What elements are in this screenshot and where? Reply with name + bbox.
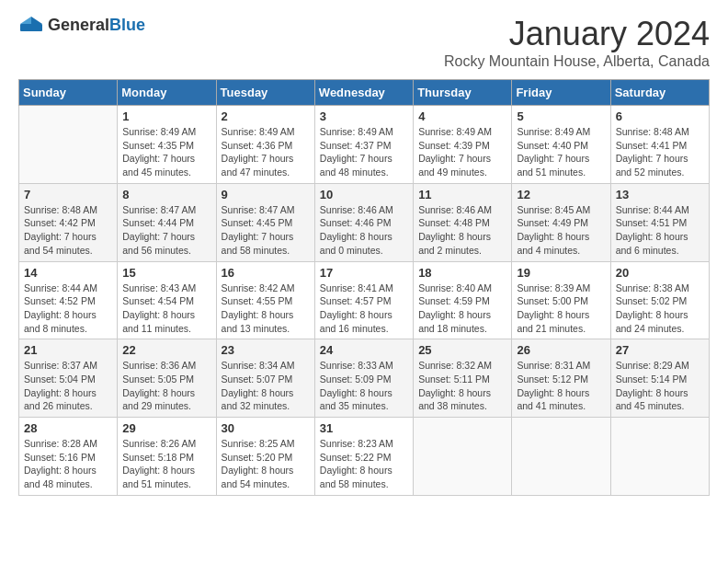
day-number: 3 — [320, 109, 408, 123]
calendar-header-tuesday: Tuesday — [216, 80, 314, 106]
calendar-cell: 15Sunrise: 8:43 AM Sunset: 4:54 PM Dayli… — [118, 261, 216, 339]
day-number: 7 — [24, 188, 112, 201]
calendar-cell: 24Sunrise: 8:33 AM Sunset: 5:09 PM Dayli… — [314, 339, 413, 418]
day-number: 23 — [222, 343, 310, 357]
calendar-cell — [610, 418, 709, 496]
day-number: 26 — [517, 343, 605, 357]
day-info: Sunrise: 8:47 AM Sunset: 4:44 PM Dayligh… — [122, 203, 210, 258]
day-number: 2 — [222, 109, 310, 123]
calendar-header-sunday: Sunday — [19, 80, 118, 106]
calendar-cell: 28Sunrise: 8:28 AM Sunset: 5:16 PM Dayli… — [19, 418, 118, 496]
day-number: 8 — [122, 188, 210, 201]
day-info: Sunrise: 8:31 AM Sunset: 5:12 PM Dayligh… — [517, 359, 605, 413]
day-info: Sunrise: 8:37 AM Sunset: 5:04 PM Dayligh… — [24, 359, 112, 413]
svg-rect-3 — [20, 24, 42, 31]
day-info: Sunrise: 8:48 AM Sunset: 4:42 PM Dayligh… — [24, 203, 112, 258]
calendar-header-saturday: Saturday — [610, 80, 709, 106]
day-info: Sunrise: 8:40 AM Sunset: 4:59 PM Dayligh… — [418, 282, 506, 336]
calendar-cell: 18Sunrise: 8:40 AM Sunset: 4:59 PM Dayli… — [414, 261, 512, 339]
day-number: 12 — [517, 188, 605, 201]
day-number: 13 — [616, 188, 704, 201]
calendar-cell: 25Sunrise: 8:32 AM Sunset: 5:11 PM Dayli… — [414, 339, 512, 418]
day-info: Sunrise: 8:46 AM Sunset: 4:48 PM Dayligh… — [418, 203, 506, 258]
calendar-cell: 8Sunrise: 8:47 AM Sunset: 4:44 PM Daylig… — [118, 183, 216, 261]
day-number: 4 — [418, 109, 506, 123]
calendar-cell: 16Sunrise: 8:42 AM Sunset: 4:55 PM Dayli… — [216, 261, 314, 339]
day-info: Sunrise: 8:32 AM Sunset: 5:11 PM Dayligh… — [418, 359, 506, 413]
day-info: Sunrise: 8:49 AM Sunset: 4:36 PM Dayligh… — [222, 125, 310, 179]
day-number: 19 — [517, 266, 605, 280]
day-number: 24 — [320, 343, 408, 357]
day-number: 1 — [122, 109, 210, 123]
day-info: Sunrise: 8:49 AM Sunset: 4:37 PM Dayligh… — [320, 125, 408, 179]
calendar-week-row: 28Sunrise: 8:28 AM Sunset: 5:16 PM Dayli… — [19, 418, 710, 496]
calendar-cell: 21Sunrise: 8:37 AM Sunset: 5:04 PM Dayli… — [19, 339, 118, 418]
day-info: Sunrise: 8:26 AM Sunset: 5:18 PM Dayligh… — [122, 437, 210, 491]
day-info: Sunrise: 8:45 AM Sunset: 4:49 PM Dayligh… — [517, 203, 605, 258]
calendar-cell: 1Sunrise: 8:49 AM Sunset: 4:35 PM Daylig… — [118, 106, 216, 184]
day-number: 31 — [320, 421, 408, 435]
day-info: Sunrise: 8:39 AM Sunset: 5:00 PM Dayligh… — [517, 282, 605, 336]
day-number: 10 — [320, 188, 408, 201]
day-number: 29 — [122, 421, 210, 435]
calendar-header-wednesday: Wednesday — [314, 80, 413, 106]
day-number: 16 — [222, 266, 310, 280]
day-info: Sunrise: 8:29 AM Sunset: 5:14 PM Dayligh… — [616, 359, 704, 413]
calendar-cell: 23Sunrise: 8:34 AM Sunset: 5:07 PM Dayli… — [216, 339, 314, 418]
calendar-cell — [19, 106, 118, 184]
day-number: 5 — [517, 109, 605, 123]
title-area: January 2024 Rocky Mountain House, Alber… — [444, 15, 710, 70]
calendar-cell: 27Sunrise: 8:29 AM Sunset: 5:14 PM Dayli… — [610, 339, 709, 418]
logo-text: GeneralBlue — [48, 16, 145, 35]
day-info: Sunrise: 8:43 AM Sunset: 4:54 PM Dayligh… — [122, 282, 210, 336]
day-info: Sunrise: 8:44 AM Sunset: 4:51 PM Dayligh… — [616, 203, 704, 258]
day-info: Sunrise: 8:48 AM Sunset: 4:41 PM Dayligh… — [616, 125, 704, 179]
calendar-week-row: 7Sunrise: 8:48 AM Sunset: 4:42 PM Daylig… — [19, 183, 710, 261]
day-info: Sunrise: 8:34 AM Sunset: 5:07 PM Dayligh… — [222, 359, 310, 413]
day-number: 20 — [616, 266, 704, 280]
day-number: 6 — [616, 109, 704, 123]
day-number: 11 — [418, 188, 506, 201]
day-info: Sunrise: 8:25 AM Sunset: 5:20 PM Dayligh… — [222, 437, 310, 491]
day-number: 25 — [418, 343, 506, 357]
calendar-header-friday: Friday — [512, 80, 610, 106]
calendar-week-row: 14Sunrise: 8:44 AM Sunset: 4:52 PM Dayli… — [19, 261, 710, 339]
day-number: 9 — [222, 188, 310, 201]
calendar-cell: 7Sunrise: 8:48 AM Sunset: 4:42 PM Daylig… — [19, 183, 118, 261]
calendar-cell: 5Sunrise: 8:49 AM Sunset: 4:40 PM Daylig… — [512, 106, 610, 184]
day-info: Sunrise: 8:38 AM Sunset: 5:02 PM Dayligh… — [616, 282, 704, 336]
calendar-header-monday: Monday — [118, 80, 216, 106]
day-number: 15 — [122, 266, 210, 280]
day-info: Sunrise: 8:46 AM Sunset: 4:46 PM Dayligh… — [320, 203, 408, 258]
day-number: 18 — [418, 266, 506, 280]
month-title: January 2024 — [444, 15, 710, 53]
calendar-cell: 12Sunrise: 8:45 AM Sunset: 4:49 PM Dayli… — [512, 183, 610, 261]
day-info: Sunrise: 8:42 AM Sunset: 4:55 PM Dayligh… — [222, 282, 310, 336]
calendar-cell: 29Sunrise: 8:26 AM Sunset: 5:18 PM Dayli… — [118, 418, 216, 496]
calendar-week-row: 1Sunrise: 8:49 AM Sunset: 4:35 PM Daylig… — [19, 106, 710, 184]
day-info: Sunrise: 8:44 AM Sunset: 4:52 PM Dayligh… — [24, 282, 112, 336]
calendar-cell: 31Sunrise: 8:23 AM Sunset: 5:22 PM Dayli… — [314, 418, 413, 496]
calendar-cell: 2Sunrise: 8:49 AM Sunset: 4:36 PM Daylig… — [216, 106, 314, 184]
day-info: Sunrise: 8:36 AM Sunset: 5:05 PM Dayligh… — [122, 359, 210, 413]
calendar-cell: 17Sunrise: 8:41 AM Sunset: 4:57 PM Dayli… — [314, 261, 413, 339]
calendar-table: SundayMondayTuesdayWednesdayThursdayFrid… — [18, 79, 710, 496]
calendar-cell: 10Sunrise: 8:46 AM Sunset: 4:46 PM Dayli… — [314, 183, 413, 261]
logo: GeneralBlue — [18, 15, 145, 35]
calendar-header-row: SundayMondayTuesdayWednesdayThursdayFrid… — [19, 80, 710, 106]
day-info: Sunrise: 8:23 AM Sunset: 5:22 PM Dayligh… — [320, 437, 408, 491]
calendar-cell: 11Sunrise: 8:46 AM Sunset: 4:48 PM Dayli… — [414, 183, 512, 261]
day-number: 14 — [24, 266, 112, 280]
calendar-cell: 19Sunrise: 8:39 AM Sunset: 5:00 PM Dayli… — [512, 261, 610, 339]
page-header: GeneralBlue January 2024 Rocky Mountain … — [18, 15, 710, 70]
day-info: Sunrise: 8:49 AM Sunset: 4:40 PM Dayligh… — [517, 125, 605, 179]
day-number: 30 — [222, 421, 310, 435]
calendar-header-thursday: Thursday — [414, 80, 512, 106]
calendar-cell: 13Sunrise: 8:44 AM Sunset: 4:51 PM Dayli… — [610, 183, 709, 261]
calendar-week-row: 21Sunrise: 8:37 AM Sunset: 5:04 PM Dayli… — [19, 339, 710, 418]
logo-blue: Blue — [109, 16, 145, 34]
day-number: 28 — [24, 421, 112, 435]
day-info: Sunrise: 8:28 AM Sunset: 5:16 PM Dayligh… — [24, 437, 112, 491]
logo-icon — [18, 15, 44, 35]
day-info: Sunrise: 8:41 AM Sunset: 4:57 PM Dayligh… — [320, 282, 408, 336]
